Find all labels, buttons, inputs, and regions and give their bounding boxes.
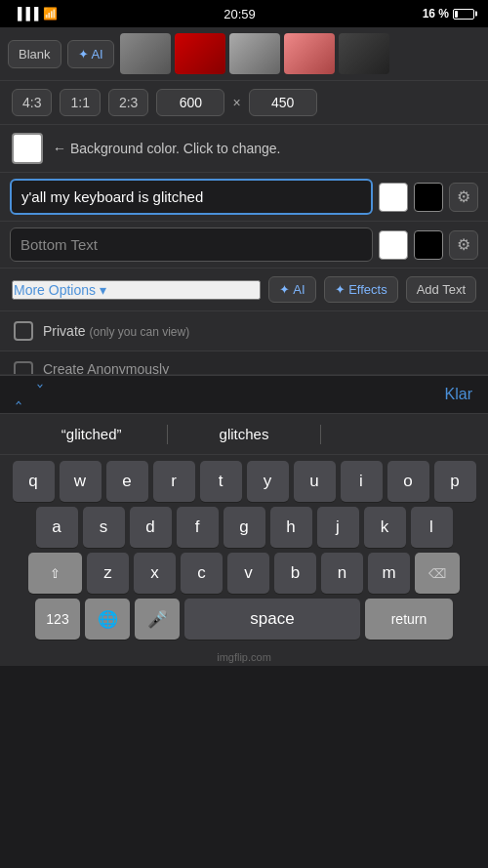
template-thumb-3[interactable] — [229, 33, 280, 74]
bottom-text-row: ⚙ — [0, 222, 488, 269]
signal-icon: ▐▐▐ — [14, 7, 39, 21]
anon-checkbox[interactable] — [14, 361, 33, 375]
status-right: 16 % — [423, 7, 474, 21]
more-options-button[interactable]: More Options ▾ — [12, 280, 261, 300]
watermark: imgflip.com — [0, 648, 488, 666]
template-row: Blank ✦ AI — [0, 27, 488, 81]
delete-key[interactable]: ⌫ — [415, 553, 460, 594]
autocomplete-item-3[interactable] — [321, 433, 472, 436]
bottom-text-settings-button[interactable]: ⚙ — [449, 230, 478, 260]
key-s[interactable]: s — [83, 507, 125, 548]
key-r[interactable]: r — [153, 461, 195, 502]
num-key[interactable]: 123 — [35, 599, 80, 640]
key-j[interactable]: j — [317, 507, 359, 548]
key-m[interactable]: m — [368, 553, 410, 594]
top-text-settings-button[interactable]: ⚙ — [449, 183, 478, 212]
key-b[interactable]: b — [274, 553, 316, 594]
bg-color-label: ← Background color. Click to change. — [53, 141, 280, 156]
bottom-text-color-black[interactable] — [414, 230, 443, 260]
watermark-label: imgflip.com — [217, 651, 271, 663]
status-time: 20:59 — [224, 7, 256, 21]
status-bar: ▐▐▐ 📶 20:59 16 % — [0, 0, 488, 27]
key-w[interactable]: w — [60, 461, 102, 502]
private-checkbox-row: Private (only you can view) — [0, 311, 488, 351]
blank-template-button[interactable]: Blank — [8, 40, 61, 68]
globe-key[interactable]: 🌐 — [85, 599, 130, 640]
ratio-1-1-button[interactable]: 1:1 — [60, 89, 100, 116]
ai-template-button[interactable]: ✦ AI — [67, 40, 114, 68]
effects-button[interactable]: ✦ Effects — [324, 276, 398, 303]
keyboard-row-4: 123 🌐 🎤 space return — [3, 599, 485, 640]
down-arrow-button[interactable]: ‸ — [37, 384, 43, 405]
key-p[interactable]: p — [434, 461, 476, 502]
key-u[interactable]: u — [294, 461, 336, 502]
template-thumb-4[interactable] — [284, 33, 335, 74]
bottom-text-color-white[interactable] — [379, 230, 408, 260]
bg-color-swatch[interactable] — [12, 133, 43, 164]
space-key[interactable]: space — [184, 599, 360, 640]
key-t[interactable]: t — [200, 461, 242, 502]
ratio-row: 4:3 1:1 2:3 × — [0, 81, 488, 125]
battery-icon — [453, 9, 474, 20]
keyboard-toolbar: ‸ ‸ Klar — [0, 375, 488, 413]
key-z[interactable]: z — [87, 553, 129, 594]
autocomplete-item-1[interactable]: “glitched” — [16, 424, 167, 444]
private-label: Private (only you can view) — [43, 323, 189, 339]
keyboard: q w e r t y u i o p a s d f g h j k l ⇧ … — [0, 455, 488, 648]
key-l[interactable]: l — [411, 507, 453, 548]
ratio-4-3-button[interactable]: 4:3 — [12, 89, 52, 116]
key-d[interactable]: d — [130, 507, 172, 548]
up-arrow-button[interactable]: ‸ — [16, 384, 21, 405]
bottom-text-input[interactable] — [10, 227, 373, 262]
bg-color-row: ← Background color. Click to change. — [0, 125, 488, 173]
keyboard-row-1: q w e r t y u i o p — [3, 461, 485, 502]
key-a[interactable]: a — [36, 507, 78, 548]
key-h[interactable]: h — [270, 507, 312, 548]
key-f[interactable]: f — [177, 507, 219, 548]
template-thumb-2[interactable] — [175, 33, 225, 74]
klar-button[interactable]: Klar — [445, 386, 472, 403]
key-o[interactable]: o — [387, 461, 429, 502]
key-g[interactable]: g — [224, 507, 265, 548]
key-q[interactable]: q — [13, 461, 55, 502]
return-key[interactable]: return — [365, 599, 453, 640]
dimension-separator: × — [232, 95, 240, 110]
key-x[interactable]: x — [134, 553, 176, 594]
template-thumb-5[interactable] — [339, 33, 389, 74]
ratio-2-3-button[interactable]: 2:3 — [108, 89, 148, 116]
key-i[interactable]: i — [341, 461, 383, 502]
shift-key[interactable]: ⇧ — [28, 553, 82, 594]
options-row: More Options ▾ ✦ AI ✦ Effects Add Text — [0, 269, 488, 311]
keyboard-row-2: a s d f g h j k l — [3, 507, 485, 548]
top-text-row: ⚙ — [0, 173, 488, 222]
template-thumb-1[interactable] — [120, 33, 171, 74]
key-e[interactable]: e — [106, 461, 148, 502]
width-input[interactable] — [156, 89, 224, 116]
toolbar-arrows: ‸ ‸ — [16, 384, 43, 405]
anon-label: Create Anonymously — [43, 361, 169, 375]
key-k[interactable]: k — [364, 507, 406, 548]
private-sub-label: (only you can view) — [89, 325, 189, 339]
autocomplete-row: “glitched” glitches — [0, 413, 488, 455]
template-thumbnails — [120, 33, 389, 74]
key-c[interactable]: c — [181, 553, 223, 594]
battery-percent: 16 % — [423, 7, 449, 21]
key-y[interactable]: y — [247, 461, 289, 502]
wifi-icon: 📶 — [43, 7, 58, 21]
mic-key[interactable]: 🎤 — [135, 599, 180, 640]
key-n[interactable]: n — [321, 553, 363, 594]
status-left: ▐▐▐ 📶 — [14, 7, 58, 21]
anon-checkbox-row: Create Anonymously — [0, 351, 488, 375]
autocomplete-item-2[interactable]: glitches — [168, 424, 319, 444]
top-text-color-black[interactable] — [414, 183, 443, 212]
key-v[interactable]: v — [227, 553, 269, 594]
top-text-color-white[interactable] — [379, 183, 408, 212]
add-text-button[interactable]: Add Text — [406, 276, 476, 303]
height-input[interactable] — [249, 89, 317, 116]
private-checkbox[interactable] — [14, 321, 33, 341]
keyboard-row-3: ⇧ z x c v b n m ⌫ — [3, 553, 485, 594]
top-text-input[interactable] — [10, 179, 373, 215]
ai-button[interactable]: ✦ AI — [268, 276, 315, 303]
